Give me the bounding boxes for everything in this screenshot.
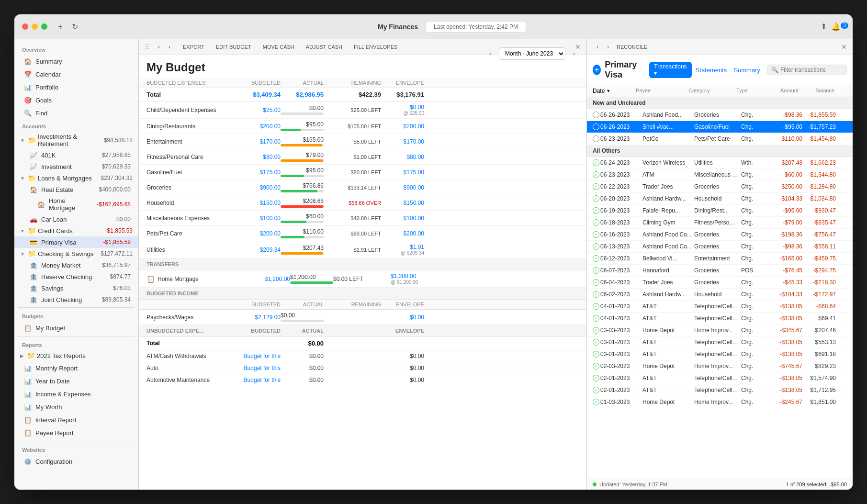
month-selector[interactable]: Month - June 2023 xyxy=(499,47,565,60)
sidebar-item-goals[interactable]: 🎯 Goals xyxy=(16,94,136,106)
budget-for-this-link[interactable]: Budget for this xyxy=(242,365,281,371)
budget-expense-row[interactable]: Household $150.00 $208.66 $58.66 OVER $1… xyxy=(139,195,586,211)
maximize-button[interactable] xyxy=(41,23,47,30)
check-status[interactable]: ✓ xyxy=(593,351,599,358)
budget-expense-row[interactable]: Utilities $209.34 $207.43 $1.91 LEFT $1.… xyxy=(139,241,586,258)
unbudgeted-row[interactable]: Automotive Maintenance Budget for this $… xyxy=(139,374,586,386)
check-status[interactable]: ✓ xyxy=(593,195,599,202)
check-status[interactable]: ✓ xyxy=(593,339,599,346)
check-status[interactable]: ✓ xyxy=(593,363,599,370)
edit-budget-button[interactable]: EDIT BUDGET xyxy=(213,43,254,51)
sidebar-item-calendar[interactable]: 📅 Calendar xyxy=(16,68,136,80)
sidebar-item-incomeexpenses[interactable]: 📊 Income & Expenses xyxy=(16,388,136,400)
table-row[interactable]: 06-23-2023 PetCo Pets/Pet Care Chg. -$11… xyxy=(587,133,853,145)
budget-expense-row[interactable]: Dining/Restaurants $200.00 $95.00 $105.0… xyxy=(139,119,586,134)
check-status[interactable] xyxy=(593,112,599,118)
sidebar-item-yeartodate[interactable]: 📊 Year to Date xyxy=(16,375,136,387)
notification-icon[interactable]: 🔔3 xyxy=(834,22,845,32)
check-status[interactable]: ✓ xyxy=(593,303,599,310)
refresh-button[interactable]: ↻ xyxy=(69,22,80,32)
adjust-cash-button[interactable]: ADJUST CASH xyxy=(303,43,345,51)
date-col-header[interactable]: Date ▼ xyxy=(593,88,636,94)
minimize-button[interactable] xyxy=(32,23,38,30)
table-row[interactable]: ✓ 04-01-2023 AT&T Telephone/Cellular Chg… xyxy=(587,301,853,313)
transactions-tab[interactable]: Transactions ▾ xyxy=(649,62,691,78)
sidebar-item-portfolio[interactable]: 📊 Portfolio xyxy=(16,81,136,93)
table-row[interactable]: ✓ 06-02-2023 Ashland Hardw... Household … xyxy=(587,289,853,301)
sidebar-item-myworth[interactable]: 📊 My Worth xyxy=(16,401,136,413)
trans-close-button[interactable]: ✕ xyxy=(841,43,847,51)
account-item-carloan[interactable]: 🚗 Car Loan $0.00 xyxy=(14,213,138,225)
check-status[interactable] xyxy=(593,135,599,142)
budget-forward-button[interactable]: › xyxy=(165,42,174,52)
check-status[interactable]: ✓ xyxy=(593,315,599,322)
table-row[interactable]: 06-26-2023 Ashland Food... Groceries Chg… xyxy=(587,109,853,121)
account-item-savings[interactable]: 🏦 Savings $76.03 xyxy=(14,282,138,294)
table-row[interactable]: ✓ 06-22-2023 Trader Joes Groceries Chg. … xyxy=(587,181,853,193)
statements-link[interactable]: Statements xyxy=(696,67,727,74)
table-row[interactable]: ✓ 03-03-2023 Home Depot Home Improv... C… xyxy=(587,325,853,336)
sidebar-item-mybudget[interactable]: 📋 My Budget xyxy=(16,322,136,334)
account-item-jointchecking[interactable]: 🏦 Joint Checking $89,805.34 xyxy=(14,294,138,305)
table-row[interactable]: ✓ 03-01-2023 AT&T Telephone/Cellular Chg… xyxy=(587,348,853,360)
group-taxreports[interactable]: ▶ 📁 2022 Tax Reports xyxy=(14,350,138,361)
table-row[interactable]: ✓ 02-01-2023 AT&T Telephone/Cellular Chg… xyxy=(587,372,853,384)
sidebar-item-monthlyreport[interactable]: 📊 Monthly Report xyxy=(16,362,136,374)
check-status[interactable]: ✓ xyxy=(593,387,599,393)
move-cash-button[interactable]: MOVE CASH xyxy=(260,43,297,51)
account-item-401k[interactable]: 📈 401K $27,958.85 xyxy=(14,149,138,161)
sidebar-item-configuration[interactable]: ⚙️ Configuration xyxy=(16,455,136,468)
group-investments[interactable]: ▼ 📁 Investments & Retirement $98,588.18 xyxy=(14,131,138,149)
check-status[interactable]: ✓ xyxy=(593,375,599,381)
close-button[interactable] xyxy=(22,23,28,30)
account-item-investment[interactable]: 📈 Investment $70,629.33 xyxy=(14,161,138,172)
budget-expense-row[interactable]: Groceries $900.00 $766.86 $133.14 LEFT $… xyxy=(139,180,586,195)
unbudgeted-row[interactable]: Auto Budget for this $0.00 $0.00 xyxy=(139,362,586,374)
budget-expense-row[interactable]: Miscellaneous Expenses $100.00 $60.00 $4… xyxy=(139,211,586,226)
check-status[interactable]: ✓ xyxy=(593,171,599,178)
check-status[interactable]: ✓ xyxy=(593,291,599,298)
add-button[interactable]: + xyxy=(55,22,66,32)
sidebar-item-find[interactable]: 🔍 Find xyxy=(16,107,136,119)
check-status[interactable]: ✓ xyxy=(593,183,599,190)
check-status[interactable]: ✓ xyxy=(593,231,599,238)
table-row[interactable]: ✓ 06-04-2023 Trader Joes Groceries Chg. … xyxy=(587,277,853,289)
table-row[interactable]: ✓ 06-16-2023 Ashland Food Co... Grocerie… xyxy=(587,229,853,241)
budget-for-this-link[interactable]: Budget for this xyxy=(242,353,281,359)
search-input[interactable] xyxy=(780,67,843,73)
add-transaction-button[interactable]: + xyxy=(593,65,601,75)
sidebar-item-intervalreport[interactable]: 📋 Interval Report xyxy=(16,414,136,426)
export-button[interactable]: EXPORT xyxy=(180,43,207,51)
check-status[interactable]: ✓ xyxy=(593,207,599,214)
table-row[interactable]: ✓ 02-03-2023 Home Depot Home Improv... C… xyxy=(587,360,853,372)
unbudgeted-row[interactable]: ATM/Cash Withdrawals Budget for this $0.… xyxy=(139,350,586,362)
check-status[interactable]: ✓ xyxy=(593,255,599,262)
table-row[interactable]: ✓ 06-23-2023 ATM Miscellaneous Expens...… xyxy=(587,169,853,181)
group-checking[interactable]: ▼ 📁 Checking & Savings $127,472.11 xyxy=(14,248,138,259)
trans-back-button[interactable]: ‹ xyxy=(593,42,602,52)
table-row[interactable]: ✓ 06-07-2023 Hannaford Groceries POS -$7… xyxy=(587,265,853,277)
check-status[interactable]: ✓ xyxy=(593,279,599,286)
table-row[interactable]: ✓ 06-19-2023 Falafel Repu... Dining/Rest… xyxy=(587,205,853,217)
share-icon[interactable]: ⬆ xyxy=(818,22,829,32)
table-row[interactable]: 06-26-2023 Shell #vac... Gasoline/Fuel C… xyxy=(587,121,853,133)
account-item-reservechecking[interactable]: 🏦 Reserve Checking $874.77 xyxy=(14,271,138,282)
budget-expense-row[interactable]: Child/Dependent Expenses $25.00 $0.00 $2… xyxy=(139,101,586,119)
group-loans[interactable]: ▼ 📁 Loans & Mortgages $237,304.32 xyxy=(14,172,138,184)
check-status[interactable]: ✓ xyxy=(593,243,599,250)
table-row[interactable]: ✓ 02-01-2023 AT&T Telephone/Cellular Chg… xyxy=(587,384,853,396)
search-box[interactable]: 🔍 xyxy=(767,65,847,75)
group-creditcards[interactable]: ▼ 📁 Credit Cards -$1,855.59 xyxy=(14,225,138,236)
budget-expense-row[interactable]: Fitness/Personal Care $80.00 $79.00 $1.0… xyxy=(139,149,586,165)
income-row[interactable]: Paychecks/Wages $2,129.00 $0.00 $0.00 xyxy=(139,310,586,325)
table-row[interactable]: ✓ 01-03-2023 Home Depot Home Improv... C… xyxy=(587,396,853,408)
check-status[interactable]: ✓ xyxy=(593,399,599,405)
check-status[interactable]: ✓ xyxy=(593,159,599,166)
table-row[interactable]: ✓ 06-18-2023 Climing Gym Fitness/Perso..… xyxy=(587,217,853,229)
reconcile-button[interactable]: RECONCILE xyxy=(617,44,647,50)
trans-forward-button[interactable]: › xyxy=(603,42,613,52)
check-status[interactable]: ✓ xyxy=(593,219,599,226)
account-item-primaryvisa[interactable]: 💳 Primary Visa -$1,855.59 xyxy=(14,236,138,248)
summary-link[interactable]: Summary xyxy=(731,66,763,75)
budget-for-this-link[interactable]: Budget for this xyxy=(242,377,281,383)
